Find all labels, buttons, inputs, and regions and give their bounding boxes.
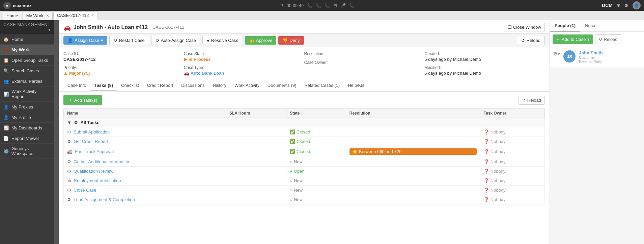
sidebar-workactivityreport-label: Work Activity Report [11,89,51,99]
timer-value: 00:05:49 [287,3,304,8]
sidebar-myprofile-label: My Profile [11,115,31,120]
grid-icon-right[interactable]: ⊞ [617,3,620,8]
owner-text-1: Nobody [491,129,506,135]
auto-assign-button[interactable]: ↺ Auto-Assign Case [151,36,200,45]
action-bar: 👤 Assign Case ▾ ↺ Restart Case ↺ Auto-As… [59,34,550,47]
car-type-icon: 🚗 [184,71,189,76]
col-state: State [286,109,346,118]
task-link-3[interactable]: Fast Track Approval [75,149,114,154]
task-sla-4 [226,157,286,167]
tab-case-close[interactable]: ✕ [91,14,94,17]
expand-icon[interactable]: ▼ [67,120,72,125]
task-icon-2: ⚙ [67,139,71,144]
restart-case-button[interactable]: ↺ Restart Case [109,36,149,45]
tab-related-cases[interactable]: Related Cases (1) [300,80,344,91]
assign-case-button[interactable]: 👤 Assign Case ▾ [63,36,107,45]
task-icon-7: ⚙ [67,188,71,193]
task-sla-7 [226,186,286,195]
logo: e eccentex [3,2,32,9]
sidebar-item-opengrouptasks[interactable]: 📋 Open Group Tasks [0,55,54,66]
right-tab-people[interactable]: People (1) [550,20,580,31]
task-link-1[interactable]: Submit Application [74,129,110,135]
sidebar-item-reportviewer[interactable]: 📄 Report Viewer [0,133,54,144]
tab-work-activity[interactable]: Work Activity [230,80,263,91]
owner-text-4: Nobody [491,159,506,164]
task-link-7[interactable]: Close Case [74,188,96,193]
state-new-7: ○ New [290,188,342,193]
gear-dropdown-icon[interactable]: ⚙▾ [553,50,560,56]
case-state-value: ▶ In Process [184,57,304,62]
reload-button[interactable]: ↺ Reload [517,36,545,45]
tab-checklist[interactable]: Checklist [117,80,143,91]
tab-mywork[interactable]: My Work ✕ [23,11,53,20]
task-link-6[interactable]: Employment Verification [74,178,121,183]
case-info-col-4: Created: 6 days ago by Michael Demo Modi… [424,51,545,76]
restart-icon: ↺ [114,38,117,43]
task-link-8[interactable]: Loan Assignment & Completion [74,197,135,202]
tasks-toolbar: ＋ Add Task(s) ↺ Reload [63,95,545,105]
sidebar-item-genesys[interactable]: ⚙️ Genesys Workspace [0,144,54,159]
sidebar-item-workactivityreport[interactable]: 📊 Work Activity Report [0,87,54,102]
tab-case-info[interactable]: Case Info [63,80,90,91]
tab-home[interactable]: Home [3,11,22,20]
state-closed-3: ✅ Closed [290,149,342,154]
task-link-2[interactable]: Get Credit Report [74,139,108,144]
state-open-5: ● Open [290,169,342,174]
task-owner-7: ❓ Nobody [480,186,544,195]
user-avatar[interactable]: 👤 [633,1,641,9]
priority-arrow-icon: ▲ [63,71,68,76]
state-closed-2: ✅ Closed [290,139,342,144]
sidebar-item-searchcases[interactable]: 🔍 Search Cases [0,66,54,76]
add-to-case-button[interactable]: ＋ Add to Case ▾ [553,34,593,44]
sidebar: Case Management ▾ 🏠 Home 💼 My Work 📋 Ope… [0,20,54,244]
tab-credit-report[interactable]: Credit Report [143,80,177,91]
task-name-cell-2: ⚙ Get Credit Report [64,137,226,146]
resolve-case-button[interactable]: ● Resolve Case [202,36,243,45]
case-info-col-1: Case ID: CASE-2017-412 Priority: ▲ Major… [63,51,184,76]
myprofile-icon: 👤 [3,115,9,120]
sidebar-item-mywork[interactable]: 💼 My Work [0,45,54,55]
settings-icon[interactable]: ⚙ [624,3,628,8]
task-owner-2: ❓ Nobody [480,137,544,146]
task-name-cell-6: 🏛 Employment Verification [64,176,226,186]
task-sla-2 [226,137,286,146]
right-panel-reload-button[interactable]: ↺ Reload [595,34,621,44]
case-info-col-2: Case State: ▶ In Process Case Type: 🚗 Au… [184,51,304,76]
close-window-button[interactable]: 🗔 Close Window [504,23,545,31]
case-header: 🚗 John Smith - Auto Loan #412 CASE-2017-… [59,20,550,34]
topbar-left: e eccentex [3,2,32,9]
tab-case[interactable]: CASE-2017-412 ✕ [53,11,98,20]
truck-icon: 🚛 [67,149,73,154]
sidebar-reportviewer-label: Report Viewer [11,136,39,141]
tab-history[interactable]: History [208,80,230,91]
tab-mywork-close[interactable]: ✕ [46,14,49,18]
modified-value: 5 days ago by Michael Demo [424,71,545,76]
task-link-4[interactable]: Gather Additional Information [74,159,130,164]
approve-button[interactable]: 👍 Approve [245,36,276,45]
searchcases-icon: 🔍 [3,68,9,73]
tab-discussions-label: Discussions [181,83,204,88]
deny-button[interactable]: 👎 Deny [278,36,304,45]
question-icon-4: ❓ [484,159,489,164]
tab-help-kb[interactable]: Help/KB [344,80,368,91]
tasks-reload-button[interactable]: ↺ Reload [519,96,545,105]
state-new-6: ○ New [290,178,342,183]
sidebar-item-externalparties[interactable]: 👥 External Parties [0,76,54,87]
tab-credit-report-label: Credit Report [147,83,173,88]
sidebar-item-myproxies[interactable]: 👤 My Proxies [0,102,54,112]
add-task-button[interactable]: ＋ Add Task(s) [63,95,102,105]
task-owner-5: ❓ Nobody [480,167,544,176]
task-state-4: ○ New [286,157,346,167]
tab-documents[interactable]: Documents (9) [263,80,300,91]
sidebar-item-home[interactable]: 🏠 Home [0,34,54,45]
state-new-8: ○ New [290,197,342,202]
right-tab-notes[interactable]: Notes [580,20,601,31]
tab-tasks[interactable]: Tasks (8) [90,80,117,91]
sidebar-item-myprofile[interactable]: 👤 My Profile [0,112,54,123]
sidebar-collapse[interactable]: ‹ [54,20,59,244]
task-resolution-6 [346,176,480,186]
person-name[interactable]: John Smith [579,50,603,55]
tab-discussions[interactable]: Discussions [177,80,208,91]
task-link-5[interactable]: Qualification Review [74,169,113,174]
sidebar-item-mydashboards[interactable]: 📈 My Dashboards [0,123,54,133]
